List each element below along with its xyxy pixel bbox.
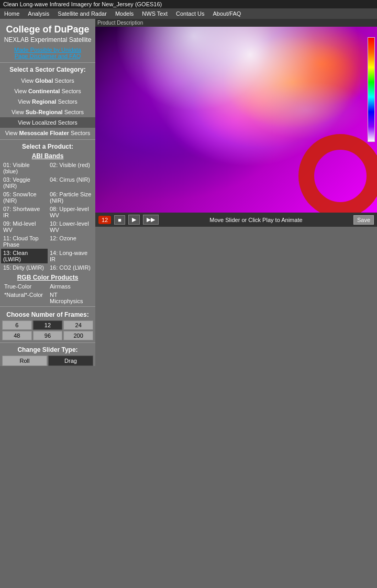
- abi-bands-label: ABI Bands: [0, 151, 95, 161]
- stop-button[interactable]: ■: [114, 215, 125, 225]
- divider2: [0, 139, 95, 140]
- rgb-grid: True-Color Airmass *Natural*-Color NT Mi…: [0, 282, 95, 305]
- sector-link-localized[interactable]: View Localized Sectors: [0, 117, 95, 128]
- band-16[interactable]: 16: CO2 (LWIR): [48, 263, 94, 272]
- band-13[interactable]: 13: Clean (LWIR): [1, 249, 48, 263]
- nav-bar: HomeAnalysisSatellite and RadarModelsNWS…: [0, 8, 377, 19]
- band-12[interactable]: 12: Ozone: [48, 234, 94, 249]
- page-title: Clean Long-wave Infrared Imagery for New…: [3, 1, 162, 7]
- nexlab-title: NEXLAB Experimental Satellite: [0, 36, 95, 47]
- rgb-label: RGB Color Products: [0, 272, 95, 282]
- sector-category-label: Select a Sector Category:: [0, 64, 95, 75]
- frame-96[interactable]: 96: [33, 331, 63, 340]
- band-01[interactable]: 01: Visible (blue): [1, 161, 48, 175]
- frames-label: Choose Number of Frames:: [0, 308, 95, 320]
- frame-counter: 12: [98, 216, 111, 224]
- band-02[interactable]: 02: Visible (red): [48, 161, 94, 175]
- frame-48[interactable]: 48: [2, 331, 32, 340]
- college-name: College of DuPage: [0, 19, 95, 36]
- nav-item-analysis[interactable]: Analysis: [24, 8, 53, 19]
- content-bottom: [95, 227, 377, 366]
- band-06[interactable]: 06: Particle Size (NIR): [48, 190, 94, 205]
- rgb-nt-microphysics[interactable]: NT Microphysics: [48, 291, 93, 305]
- band-14[interactable]: 14: Long-wave IR: [48, 249, 94, 263]
- product-label: Select a Product:: [0, 141, 95, 151]
- divider: [0, 62, 95, 63]
- save-button[interactable]: Save: [353, 215, 374, 225]
- divider3: [0, 306, 95, 307]
- unidata-link[interactable]: Made Possible by Unidata: [0, 47, 95, 53]
- band-05[interactable]: 05: Snow/Ice (NIR): [1, 190, 48, 205]
- frames-grid: 6 12 24 48 96 200: [0, 320, 95, 340]
- slider-label: Change Slider Type:: [0, 344, 95, 356]
- frame-200[interactable]: 200: [63, 331, 93, 340]
- sector-link-mesoscale[interactable]: View Mesoscale Floater Sectors: [0, 128, 95, 138]
- slider-bar: 12 ■ ▶ ▶▶ Move Slider or Click Play to A…: [95, 213, 377, 227]
- band-07[interactable]: 07: Shortwave IR: [1, 205, 48, 219]
- nav-item-nws-text[interactable]: NWS Text: [138, 8, 172, 19]
- slider-roll[interactable]: Roll: [2, 356, 47, 366]
- slider-drag[interactable]: Drag: [48, 356, 93, 366]
- band-11[interactable]: 11: Cloud Top Phase: [1, 234, 48, 249]
- divider4: [0, 342, 95, 343]
- content-area: Product Description 12 ■ ▶ ▶▶ Move Slide…: [95, 19, 377, 366]
- frame-12[interactable]: 12: [33, 320, 63, 330]
- image-header: Product Description: [95, 19, 377, 27]
- sector-link-subregional[interactable]: View Sub-Regional Sectors: [0, 107, 95, 117]
- sector-link-global[interactable]: View Global Sectors: [0, 75, 95, 86]
- nav-item-home[interactable]: Home: [0, 8, 24, 19]
- forward-button[interactable]: ▶▶: [143, 215, 159, 225]
- satellite-image-container: [95, 27, 377, 213]
- title-bar: Clean Long-wave Infrared Imagery for New…: [0, 0, 377, 8]
- main-layout: College of DuPage NEXLAB Experimental Sa…: [0, 19, 377, 366]
- nav-item-satellite-and-radar[interactable]: Satellite and Radar: [53, 8, 111, 19]
- band-08[interactable]: 08: Upper-level WV: [48, 205, 94, 219]
- sector-link-regional[interactable]: View Regional Sectors: [0, 96, 95, 107]
- rgb-true-color[interactable]: True-Color: [2, 282, 48, 291]
- band-03[interactable]: 03: Veggie (NIR): [1, 175, 48, 190]
- colorbar: [368, 37, 375, 142]
- rgb-natural-color[interactable]: *Natural*-Color: [2, 291, 48, 305]
- rgb-airmass[interactable]: Airmass: [48, 282, 93, 291]
- band-04[interactable]: 04: Cirrus (NIR): [48, 175, 94, 190]
- frame-6[interactable]: 6: [2, 320, 32, 330]
- nav-item-models[interactable]: Models: [111, 8, 138, 19]
- sidebar: College of DuPage NEXLAB Experimental Sa…: [0, 19, 95, 366]
- slider-btns: Roll Drag: [0, 356, 95, 366]
- sector-link-continental[interactable]: View Continental Sectors: [0, 86, 95, 96]
- red-circle-decoration: [298, 134, 377, 213]
- nav-item-contact-us[interactable]: Contact Us: [172, 8, 208, 19]
- nav-item-about/faq[interactable]: About/FAQ: [208, 8, 245, 19]
- slider-text: Move Slider or Click Play to Animate: [162, 217, 350, 223]
- play-button[interactable]: ▶: [128, 215, 140, 225]
- band-09[interactable]: 09: Mid-level WV: [1, 219, 48, 234]
- band-10[interactable]: 10: Lower-level WV: [48, 219, 94, 234]
- disclaimer-link[interactable]: Page Disclaimer and FAQ: [0, 53, 95, 59]
- band-15[interactable]: 15: Dirty (LWIR): [1, 263, 48, 272]
- bands-grid: 01: Visible (blue) 02: Visible (red) 03:…: [0, 161, 95, 272]
- frame-24[interactable]: 24: [63, 320, 93, 330]
- image-header-text: Product Description: [97, 20, 143, 26]
